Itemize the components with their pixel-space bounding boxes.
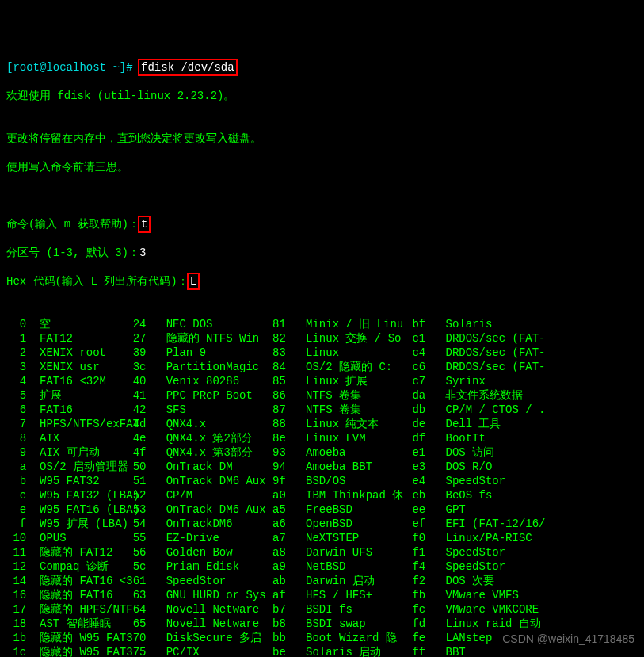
- type-name: DRDOS/sec (FAT-: [433, 346, 546, 360]
- type-name: DRDOS/sec (FAT-: [433, 360, 546, 374]
- type-name: OpenBSD: [292, 517, 412, 531]
- type-name: NEC DOS: [153, 317, 272, 331]
- type-code: 65: [133, 617, 153, 631]
- type-name: NTFS 卷集: [292, 388, 412, 403]
- type-code: b8: [272, 617, 292, 631]
- type-code: 85: [272, 374, 292, 388]
- type-code: 61: [133, 574, 153, 588]
- type-name: 隐藏的 NTFS Win: [153, 331, 272, 346]
- shell-prompt: [root@localhost ~]#: [6, 61, 139, 74]
- table-row: 1c 隐藏的 W95 FAT375 PC/IXbe Solaris 启动ff B…: [6, 645, 638, 657]
- cmd-text[interactable]: fdisk /dev/sda: [141, 61, 234, 74]
- type-code: 3: [6, 360, 26, 374]
- welcome-line: 欢迎使用 fdisk (util-linux 2.23.2)。: [6, 89, 638, 103]
- highlight-t: t: [138, 216, 151, 233]
- type-code: 39: [133, 346, 153, 360]
- type-code: f4: [412, 560, 432, 574]
- type-name: OnTrack DM6 Aux: [153, 502, 272, 517]
- type-code: 88: [272, 417, 292, 431]
- type-name: NTFS 卷集: [292, 403, 412, 417]
- hex-l-line: Hex 代码(输入 L 列出所有代码)：L: [6, 274, 638, 288]
- type-code: a6: [272, 517, 292, 531]
- type-code: 5: [6, 388, 26, 403]
- type-name: BSDI fs: [292, 602, 412, 617]
- type-name: DiskSecure 多启: [153, 631, 272, 645]
- table-row: e W95 FAT16 (LBA)53 OnTrack DM6 Auxa5 Fr…: [6, 502, 638, 517]
- type-name: DOS R/O: [433, 460, 493, 474]
- type-code: 14: [6, 574, 26, 588]
- t-input[interactable]: t: [141, 218, 147, 231]
- partition-number-line: 分区号 (1-3, 默认 3)：3: [6, 246, 638, 260]
- type-code: 52: [133, 488, 153, 502]
- type-name: LANstep: [433, 631, 493, 645]
- highlight-l: L: [187, 273, 200, 290]
- type-code: bf: [412, 317, 432, 331]
- type-code: ee: [412, 502, 432, 517]
- type-code: c6: [412, 360, 432, 374]
- highlight-cmd: fdisk /dev/sda: [138, 59, 238, 76]
- type-code: 7: [6, 417, 26, 431]
- type-name: OnTrack DM: [153, 460, 272, 474]
- part-input[interactable]: 3: [139, 246, 146, 259]
- info-line-2: 使用写入命令前请三思。: [6, 160, 638, 174]
- type-name: OnTrack DM6 Aux: [153, 474, 272, 488]
- table-row: 7 HPFS/NTFS/exFAT4d QNX4.x88 Linux 纯文本de…: [6, 417, 638, 431]
- type-name: BBT: [433, 645, 466, 657]
- type-code: 17: [6, 602, 26, 617]
- type-name: Solaris 启动: [292, 645, 412, 657]
- type-code: 2: [6, 346, 26, 360]
- type-name: 隐藏的 FAT12: [26, 545, 132, 560]
- type-code: 4d: [133, 417, 153, 431]
- type-code: ff: [412, 645, 432, 657]
- type-name: Boot Wizard 隐: [292, 631, 412, 645]
- type-code: 94: [272, 460, 292, 474]
- type-code: c4: [412, 346, 432, 360]
- type-name: QNX4.x: [153, 417, 272, 431]
- type-code: fc: [412, 602, 432, 617]
- type-code: 63: [133, 588, 153, 602]
- table-row: 18 AST 智能睡眠65 Novell Netwareb8 BSDI swap…: [6, 617, 638, 631]
- type-code: 87: [272, 403, 292, 417]
- type-name: Linux 交换 / So: [292, 331, 412, 346]
- type-code: 8: [6, 431, 26, 445]
- table-row: f W95 扩展 (LBA)54 OnTrackDM6a6 OpenBSDef …: [6, 517, 638, 531]
- type-code: a: [6, 460, 26, 474]
- type-code: 12: [6, 560, 26, 574]
- type-code: 86: [272, 388, 292, 403]
- type-name: Priam Edisk: [153, 560, 272, 574]
- type-code: 9f: [272, 474, 292, 488]
- type-name: OnTrackDM6: [153, 517, 272, 531]
- type-code: 70: [133, 631, 153, 645]
- type-code: 53: [133, 502, 153, 517]
- type-code: 55: [133, 531, 153, 545]
- type-name: SpeedStor: [433, 474, 505, 488]
- type-name: Amoeba: [292, 445, 412, 460]
- type-code: e1: [412, 445, 432, 460]
- l-input[interactable]: L: [190, 275, 196, 288]
- type-name: Darwin UFS: [292, 545, 412, 560]
- type-name: DOS 访问: [433, 445, 494, 460]
- type-code: b7: [272, 602, 292, 617]
- type-code: 4: [6, 374, 26, 388]
- type-code: 18: [6, 617, 26, 631]
- type-code: f1: [412, 545, 432, 560]
- type-code: f2: [412, 574, 432, 588]
- table-row: 12 Compaq 诊断5c Priam Ediska9 NetBSDf4 Sp…: [6, 560, 638, 574]
- type-name: BSD/OS: [292, 474, 412, 488]
- type-name: Venix 80286: [153, 374, 272, 388]
- type-code: 1b: [6, 631, 26, 645]
- type-code: 41: [133, 388, 153, 403]
- watermark: CSDN @weixin_41718485: [502, 632, 634, 646]
- table-row: 14 隐藏的 FAT16 <361 SpeedStorab Darwin 启动f…: [6, 574, 638, 588]
- type-code: 9: [6, 445, 26, 460]
- type-name: FreeBSD: [292, 502, 412, 517]
- table-row: 4 FAT16 <32M40 Venix 8028685 Linux 扩展c7 …: [6, 374, 638, 388]
- type-name: AIX: [26, 431, 132, 445]
- type-code: e3: [412, 460, 432, 474]
- type-name: FAT16: [26, 403, 132, 417]
- type-name: DRDOS/sec (FAT-: [433, 331, 546, 346]
- type-name: VMware VMKCORE: [433, 602, 539, 617]
- type-name: BeOS fs: [433, 488, 493, 502]
- type-code: 10: [6, 531, 26, 545]
- table-row: 1 FAT1227 隐藏的 NTFS Win82 Linux 交换 / Soc1…: [6, 331, 638, 346]
